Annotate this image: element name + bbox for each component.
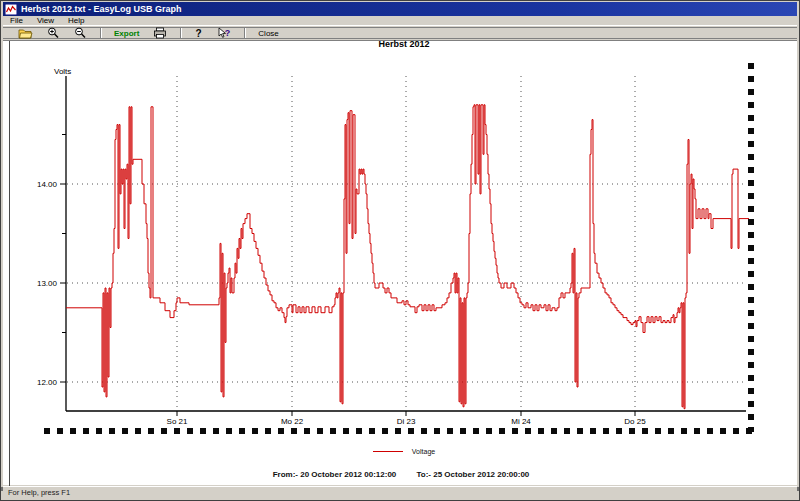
chart-client-area[interactable] [3, 40, 797, 485]
selection-marquee-right[interactable] [748, 63, 754, 432]
toolbar: Export ? ? Close [3, 27, 797, 39]
export-label: Export [114, 29, 139, 38]
open-button[interactable] [11, 27, 40, 39]
chart-legend: Voltage [331, 445, 477, 457]
zoom-out-icon [74, 27, 87, 39]
menu-file[interactable]: File [3, 16, 30, 26]
y-axis-label: Volts [54, 67, 71, 76]
close-button[interactable]: Close [251, 27, 285, 39]
zoom-in-icon [47, 27, 60, 39]
zoom-in-button[interactable] [40, 27, 67, 39]
legend-line-swatch [373, 451, 403, 452]
printer-icon [153, 27, 167, 39]
svg-text:?: ? [196, 28, 202, 39]
date-range-footer: From:- 20 October 2012 00:12:00 To:- 25 … [1, 470, 800, 479]
help-icon: ? [194, 28, 203, 39]
export-button[interactable]: Export [107, 27, 146, 39]
help-button[interactable]: ? [187, 27, 210, 39]
app-icon [5, 4, 17, 15]
menu-bar: File View Help [3, 16, 797, 26]
status-text: For Help, press F1 [8, 488, 70, 497]
menu-view[interactable]: View [30, 16, 61, 26]
toolbar-separator [244, 28, 245, 38]
context-help-button[interactable]: ? [210, 27, 238, 39]
open-folder-icon [18, 28, 33, 39]
zoom-out-button[interactable] [67, 27, 94, 39]
footer-to: To:- 25 October 2012 20:00:00 [417, 470, 530, 479]
menu-help[interactable]: Help [61, 16, 91, 26]
window-title: Herbst 2012.txt - EasyLog USB Graph [21, 4, 182, 14]
context-help-icon: ? [217, 27, 231, 39]
title-bar[interactable]: Herbst 2012.txt - EasyLog USB Graph [3, 2, 797, 16]
status-bar: For Help, press F1 [3, 486, 797, 498]
selection-marquee-bottom[interactable] [44, 428, 758, 434]
close-label: Close [258, 29, 278, 38]
svg-text:?: ? [225, 28, 231, 38]
toolbar-separator [180, 28, 181, 38]
footer-from: From:- 20 October 2012 00:12:00 [273, 470, 397, 479]
toolbar-separator [100, 28, 101, 38]
chart-title: Herbst 2012 [331, 39, 477, 49]
print-button[interactable] [146, 27, 174, 39]
selection-marquee-left[interactable] [9, 41, 10, 487]
legend-label: Voltage [412, 448, 435, 455]
app-window: Herbst 2012.txt - EasyLog USB Graph File… [0, 0, 800, 501]
